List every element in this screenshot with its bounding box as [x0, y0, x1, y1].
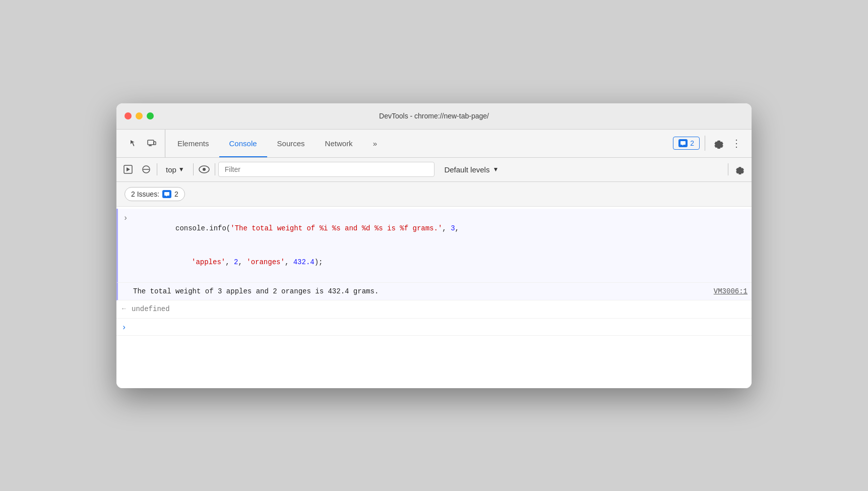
traffic-lights: [125, 112, 154, 119]
tab-elements[interactable]: Elements: [167, 130, 219, 157]
prompt-icon: ›: [116, 320, 132, 335]
toolbar-divider-3: [215, 163, 215, 175]
svg-marker-5: [127, 167, 130, 171]
svg-rect-1: [154, 142, 156, 145]
issues-badge-btn[interactable]: 2: [673, 137, 700, 150]
tab-network[interactable]: Network: [315, 130, 363, 157]
more-options-icon[interactable]: ⋮: [729, 135, 743, 151]
console-entry-undefined: ← undefined: [116, 300, 752, 318]
filter-input[interactable]: [218, 162, 435, 177]
console-entry-info-call: › console.info('The total weight of %i %…: [116, 209, 752, 283]
title-bar: DevTools - chrome://new-tab-page/: [116, 103, 752, 130]
code-line-1: console.info('The total weight of %i %s …: [133, 212, 748, 245]
svg-rect-0: [148, 140, 154, 145]
settings-icon[interactable]: [710, 135, 726, 151]
console-entry-prompt[interactable]: ›: [116, 319, 752, 336]
console-output: › console.info('The total weight of %i %…: [116, 207, 752, 388]
entry-code: console.info('The total weight of %i %s …: [133, 210, 752, 281]
toolbar-divider-2: [193, 163, 194, 175]
context-selector[interactable]: top ▼: [160, 163, 190, 176]
console-entry-info-output: The total weight of 3 apples and 2 orang…: [116, 283, 752, 300]
console-toolbar: top ▼ Default levels ▼: [116, 158, 752, 182]
code-line-2: 'apples', 2, 'oranges', 432.4);: [133, 245, 748, 279]
maximize-button[interactable]: [147, 112, 154, 119]
device-toggle-icon[interactable]: [144, 135, 160, 151]
issues-badge[interactable]: 2 Issues: 2: [125, 187, 185, 201]
tab-console[interactable]: Console: [219, 130, 267, 157]
expand-arrow[interactable]: ›: [118, 210, 133, 225]
svg-point-9: [203, 168, 206, 171]
issues-label: 2 Issues:: [131, 190, 159, 198]
levels-selector[interactable]: Default levels ▼: [438, 163, 505, 176]
issues-icon: [162, 190, 171, 198]
tab-bar-icons: [120, 130, 165, 157]
source-link[interactable]: VM3006:1: [714, 286, 748, 297]
run-script-icon[interactable]: [120, 162, 136, 177]
clear-console-icon[interactable]: [139, 162, 154, 177]
divider: [705, 136, 705, 151]
close-button[interactable]: [125, 112, 132, 119]
arrow-left-icon: ←: [116, 301, 132, 315]
entry-spacer: [118, 284, 133, 286]
toolbar-divider-4: [728, 163, 728, 175]
entry-output: The total weight of 3 apples and 2 orang…: [133, 284, 752, 299]
toolbar-divider-1: [157, 163, 157, 175]
issues-badge-icon: [678, 139, 688, 147]
live-expressions-icon[interactable]: [197, 162, 212, 177]
output-text: The total weight of 3 apples and 2 orang…: [133, 286, 379, 297]
minimize-button[interactable]: [136, 112, 143, 119]
tab-more[interactable]: »: [363, 130, 387, 157]
tab-sources[interactable]: Sources: [267, 130, 315, 157]
tab-bar: Elements Console Sources Network »: [116, 130, 752, 158]
chevron-down-icon: ▼: [178, 166, 184, 173]
filter-input-wrap: [218, 162, 435, 177]
undefined-value: undefined: [132, 301, 752, 317]
issues-bar: 2 Issues: 2: [116, 182, 752, 207]
devtools-window: DevTools - chrome://new-tab-page/ Elemen: [116, 103, 752, 388]
tab-items: Elements Console Sources Network »: [167, 130, 673, 157]
window-title: DevTools - chrome://new-tab-page/: [379, 112, 489, 120]
levels-chevron-icon: ▼: [492, 166, 499, 173]
prompt-input[interactable]: [132, 320, 752, 324]
tab-bar-right: 2 ⋮: [673, 135, 748, 151]
issues-count: 2: [174, 190, 178, 198]
inspect-element-icon[interactable]: [126, 135, 142, 151]
console-settings-icon[interactable]: [731, 161, 748, 177]
